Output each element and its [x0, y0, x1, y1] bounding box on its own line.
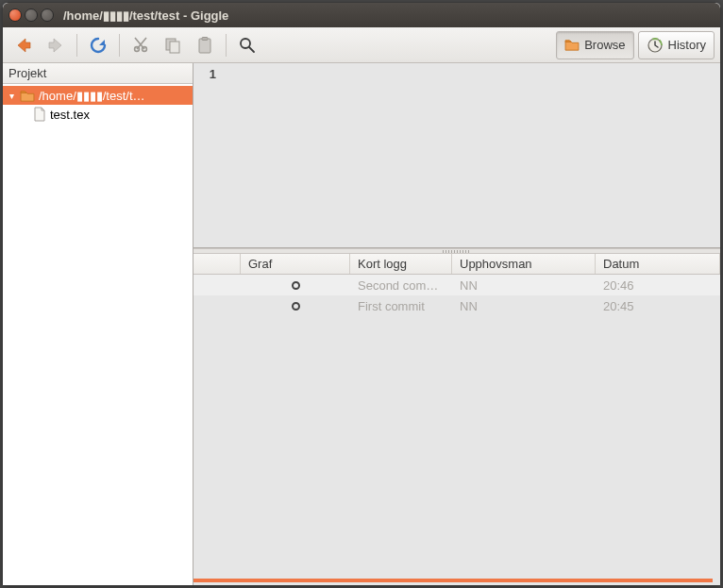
- tree-folder-item[interactable]: ▾ /home/▮▮▮▮/test/t…: [3, 86, 193, 105]
- history-mode-button[interactable]: History: [638, 31, 715, 59]
- refresh-icon: [89, 36, 108, 55]
- tree-file-item[interactable]: test.tex: [3, 105, 193, 124]
- clock-icon: [647, 37, 664, 54]
- back-button[interactable]: [8, 31, 39, 59]
- refresh-button[interactable]: [83, 31, 113, 59]
- svg-rect-3: [170, 42, 179, 53]
- commit-shortlog: Second com…: [350, 278, 452, 293]
- tree-item-label: /home/▮▮▮▮/test/t…: [39, 89, 145, 103]
- scissors-icon: [131, 36, 150, 55]
- commit-dot-icon: [292, 281, 300, 290]
- search-icon: [238, 36, 257, 55]
- paste-icon: [195, 36, 214, 55]
- browse-mode-button[interactable]: Browse: [556, 31, 633, 59]
- search-button[interactable]: [232, 31, 262, 59]
- log-col-datum[interactable]: Datum: [596, 254, 720, 274]
- log-header-row: Graf Kort logg Upphovsman Datum: [193, 254, 720, 275]
- close-window-button[interactable]: [8, 8, 22, 22]
- log-col-kortlogg[interactable]: Kort logg: [350, 254, 452, 274]
- log-col-blank[interactable]: [193, 254, 241, 274]
- folder-icon: [564, 39, 580, 51]
- app-window: /home/▮▮▮▮/test/test - Giggle: [2, 2, 721, 586]
- expand-icon[interactable]: ▾: [7, 91, 16, 101]
- copy-icon: [163, 36, 182, 55]
- commit-author: NN: [452, 278, 596, 293]
- folder-icon: [20, 90, 35, 102]
- titlebar[interactable]: /home/▮▮▮▮/test/test - Giggle: [3, 3, 720, 27]
- sidebar: Projekt ▾ /home/▮▮▮▮/test/t… test.tex: [3, 63, 193, 585]
- commit-row[interactable]: Second com… NN 20:46: [193, 275, 720, 295]
- content-area: Projekt ▾ /home/▮▮▮▮/test/t… test.tex 1: [3, 63, 720, 585]
- commit-dot-icon: [292, 302, 300, 311]
- browse-button-label: Browse: [584, 38, 625, 52]
- copy-button[interactable]: [158, 31, 188, 59]
- tree-item-label: test.tex: [50, 108, 90, 122]
- log-col-graf[interactable]: Graf: [241, 254, 350, 274]
- window-controls: [8, 8, 54, 22]
- svg-rect-5: [202, 37, 208, 40]
- commit-shortlog: First commit: [350, 299, 452, 313]
- project-tree[interactable]: ▾ /home/▮▮▮▮/test/t… test.tex: [3, 84, 193, 585]
- sidebar-header: Projekt: [3, 63, 193, 84]
- log-col-upphovsman[interactable]: Upphovsman: [452, 254, 596, 274]
- paste-button[interactable]: [190, 31, 220, 59]
- arrow-right-icon: [46, 36, 65, 55]
- commit-graph-cell: [241, 281, 350, 290]
- maximize-window-button[interactable]: [41, 8, 54, 22]
- commit-row[interactable]: First commit NN 20:45: [193, 295, 720, 316]
- cut-button[interactable]: [126, 31, 156, 59]
- arrow-left-icon: [14, 36, 33, 55]
- log-body[interactable]: Second com… NN 20:46 First commit NN 20:…: [193, 275, 720, 585]
- commit-graph-cell: [241, 302, 350, 311]
- commit-date: 20:45: [596, 299, 720, 313]
- file-icon: [33, 107, 46, 122]
- toolbar-right: Browse History: [556, 31, 715, 59]
- editor-body[interactable]: [222, 63, 720, 247]
- commit-date: 20:46: [596, 278, 720, 293]
- toolbar-separator: [119, 34, 120, 57]
- horizontal-splitter[interactable]: [193, 248, 720, 254]
- minimize-window-button[interactable]: [25, 8, 38, 22]
- main-pane: 1 Graf Kort logg Upphovsman Datum: [193, 63, 720, 585]
- toolbar-separator: [76, 34, 77, 57]
- window-title: /home/▮▮▮▮/test/test - Giggle: [63, 8, 228, 23]
- toolbar-separator: [226, 34, 227, 57]
- svg-rect-4: [199, 39, 210, 53]
- accent-bar: [193, 579, 713, 582]
- history-button-label: History: [668, 38, 706, 52]
- editor-pane[interactable]: 1: [193, 63, 720, 248]
- commit-log-pane: Graf Kort logg Upphovsman Datum Second c…: [193, 254, 720, 585]
- line-gutter: 1: [193, 63, 222, 247]
- toolbar: Browse History: [3, 27, 720, 63]
- line-number: 1: [210, 67, 216, 81]
- commit-author: NN: [452, 299, 596, 313]
- forward-button[interactable]: [41, 31, 71, 59]
